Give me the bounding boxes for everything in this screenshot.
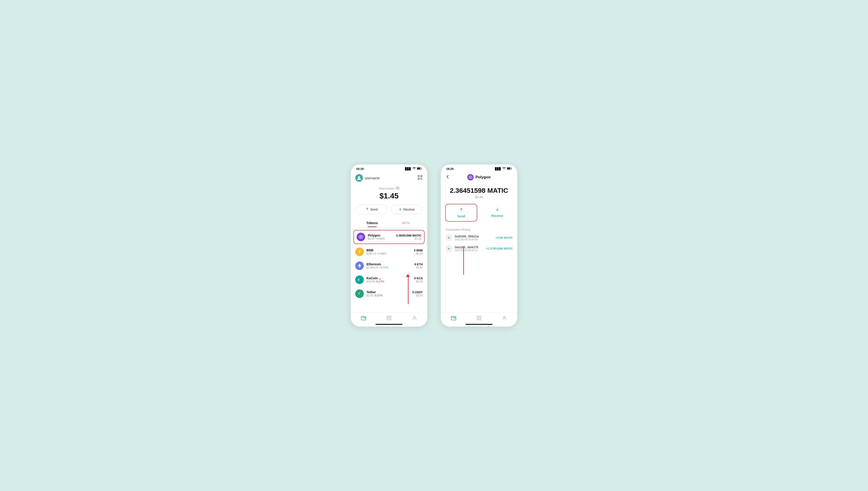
eye-icon[interactable] [396, 187, 400, 190]
token-item-tether[interactable]: T Tether $1.00 -0.07% 0 USDT $0.00 [351, 287, 427, 301]
polygon-price: $0.61 +2.65% [368, 237, 394, 240]
svg-point-47 [503, 316, 505, 318]
token-item-polygon[interactable]: Polygon $0.61 +2.65% 2.36451598 MATIC $1… [353, 230, 425, 244]
svg-rect-46 [479, 318, 481, 320]
tx-amount-1: +0.99 MATIC [495, 236, 513, 239]
svg-marker-16 [360, 236, 362, 238]
wallet-nav-icon [361, 315, 366, 322]
scan-icon[interactable] [417, 175, 423, 181]
status-icons-1: ▊▊▊ [405, 167, 422, 171]
tx-hash-2: 0xb1bf8...8af4279 [455, 246, 484, 249]
svg-point-12 [397, 187, 398, 189]
red-arrow-shaft [408, 275, 409, 304]
tether-logo: T [355, 289, 364, 298]
tab-tokens[interactable]: Tokens [355, 219, 389, 227]
svg-rect-44 [479, 316, 481, 318]
apps-nav-icon [386, 315, 392, 322]
home-indicator-1 [375, 324, 403, 325]
tx-info-1: 0xd5399...f90b22e 2022-06-05 00:44:54 [455, 235, 493, 241]
svg-rect-33 [512, 168, 512, 169]
signal-icon: ▊▊▊ [405, 167, 411, 171]
nav-wallet-2[interactable] [451, 315, 456, 322]
tx-date-2: 2022-06-05 00:44:12 [455, 249, 484, 252]
bnb-logo [355, 248, 364, 256]
tabs-row: Tokens NFTs [355, 219, 423, 227]
token-item-eth[interactable]: Ethereum $1,803.02 +2.07% 0 ETH $0.00 [351, 259, 427, 273]
svg-rect-27 [390, 316, 391, 318]
tx-item-2[interactable]: 0xb1bf8...8af4279 2022-06-05 00:44:12 +1… [445, 245, 513, 252]
svg-marker-18 [358, 252, 361, 253]
svg-point-30 [413, 316, 415, 318]
tx-section-title: Transaction History [445, 228, 513, 231]
total-assets-section: Total Assets $1.45 [351, 184, 427, 205]
svg-text:K: K [358, 279, 360, 282]
action-buttons: Send Receive [351, 205, 427, 219]
polygon-logo [356, 233, 365, 241]
wifi-icon-2 [502, 167, 506, 171]
nav-profile-2[interactable] [502, 315, 507, 322]
svg-rect-2 [422, 168, 422, 169]
polygon-info: Polygon $0.61 +2.65% [368, 234, 394, 240]
svg-rect-45 [477, 318, 478, 320]
nav-profile[interactable] [412, 315, 417, 322]
svg-rect-43 [477, 316, 478, 318]
svg-text:T: T [358, 292, 360, 295]
detail-receive-button[interactable]: Receive [482, 204, 513, 222]
svg-rect-5 [421, 175, 422, 177]
avatar [355, 174, 363, 182]
svg-rect-1 [417, 168, 420, 169]
phone-screen-1: 16:19 ▊▊▊ username [351, 165, 427, 326]
eth-logo [355, 261, 364, 270]
back-button[interactable] [445, 174, 450, 180]
svg-rect-41 [454, 318, 455, 319]
svg-rect-24 [364, 318, 365, 319]
battery-icon [417, 167, 422, 171]
svg-rect-28 [387, 318, 389, 320]
detail-send-button[interactable]: Send [445, 204, 477, 222]
balance-usd: $1.45 [445, 195, 513, 199]
kucoin-logo: K [355, 276, 364, 284]
nav-apps-2[interactable] [476, 315, 482, 322]
time-1: 16:19 [356, 167, 364, 171]
battery-icon-2 [507, 167, 512, 171]
detail-actions: Send Receive [441, 201, 517, 226]
send-icon [365, 207, 369, 212]
nav-apps[interactable] [386, 315, 392, 322]
total-assets-label: Total Assets [355, 187, 423, 190]
profile-nav-icon-2 [502, 315, 507, 322]
detail-send-icon [459, 207, 463, 213]
tx-item-1[interactable]: 0xd5399...f90b22e 2022-06-05 00:44:54 +0… [445, 234, 513, 241]
polygon-balance: 2.36451598 MATIC $1.45 [396, 234, 422, 240]
tx-icon-1 [445, 234, 453, 241]
polygon-name: Polygon [368, 234, 394, 237]
profile-nav-icon [412, 315, 417, 322]
svg-rect-32 [507, 168, 510, 169]
svg-point-3 [358, 176, 360, 178]
transaction-history-section: Transaction History 0xd5399...f90b22e 20… [441, 226, 517, 257]
status-bar-1: 16:19 ▊▊▊ [351, 165, 427, 172]
tx-info-2: 0xb1bf8...8af4279 2022-06-05 00:44:12 [455, 246, 484, 252]
tx-date-1: 2022-06-05 00:44:54 [455, 238, 493, 241]
detail-receive-icon [495, 207, 499, 212]
home-indicator-2 [465, 324, 493, 325]
screens-container: 16:19 ▊▊▊ username [351, 165, 517, 326]
phone-screen-2: 16:20 ▊▊▊ Polygon [441, 165, 517, 326]
status-bar-2: 16:20 ▊▊▊ [441, 165, 517, 172]
kucoin-info: KuCoin ... $16.08 -0.17% [367, 277, 411, 283]
tab-nfts[interactable]: NFTs [389, 219, 423, 227]
signal-icon-2: ▊▊▊ [495, 167, 501, 171]
nav-wallet[interactable] [361, 315, 366, 322]
polygon-logo-sm [467, 174, 474, 180]
tx-amount-2: +1.37451598 MATIC [486, 247, 513, 250]
token-item-bnb[interactable]: BNB $290.10 +1.98% 0 BNB $0.00 [351, 245, 427, 259]
svg-rect-6 [418, 178, 420, 179]
svg-marker-17 [358, 251, 361, 252]
detail-header: Polygon [441, 172, 517, 183]
tx-hash-1: 0xd5399...f90b22e [455, 235, 493, 238]
tx-red-line [463, 248, 464, 275]
coin-header: Polygon [453, 174, 505, 180]
receive-button[interactable]: Receive [391, 205, 422, 214]
send-button[interactable]: Send [356, 205, 387, 214]
red-arrow-head [406, 274, 410, 277]
token-item-kucoin[interactable]: K KuCoin ... $16.08 -0.17% 0 KCS $0.00 [351, 273, 427, 287]
